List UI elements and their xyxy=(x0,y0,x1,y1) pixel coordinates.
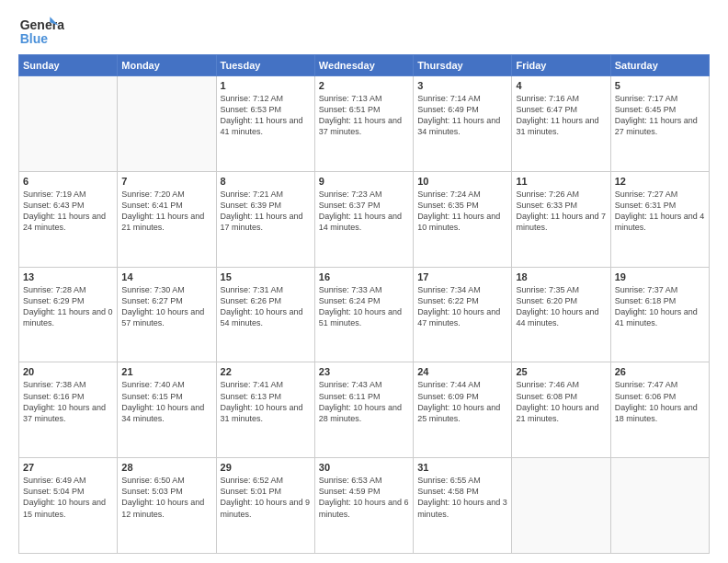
logo-icon: General Blue xyxy=(18,15,64,47)
day-info: Sunrise: 7:16 AM Sunset: 6:47 PM Dayligh… xyxy=(516,93,606,138)
calendar-cell: 24Sunrise: 7:44 AM Sunset: 6:09 PM Dayli… xyxy=(414,362,512,458)
day-info: Sunrise: 7:38 AM Sunset: 6:16 PM Dayligh… xyxy=(23,379,113,424)
day-number: 13 xyxy=(23,271,113,282)
calendar-cell xyxy=(512,458,610,554)
calendar-cell: 1Sunrise: 7:12 AM Sunset: 6:53 PM Daylig… xyxy=(216,76,314,172)
day-number: 16 xyxy=(319,271,409,282)
day-info: Sunrise: 7:41 AM Sunset: 6:13 PM Dayligh… xyxy=(221,379,311,424)
day-number: 5 xyxy=(615,80,705,91)
day-info: Sunrise: 7:33 AM Sunset: 6:24 PM Dayligh… xyxy=(319,284,409,329)
calendar-cell: 2Sunrise: 7:13 AM Sunset: 6:51 PM Daylig… xyxy=(314,76,413,172)
calendar-cell: 20Sunrise: 7:38 AM Sunset: 6:16 PM Dayli… xyxy=(19,362,118,458)
calendar-week-3: 13Sunrise: 7:28 AM Sunset: 6:29 PM Dayli… xyxy=(19,267,710,362)
day-info: Sunrise: 7:13 AM Sunset: 6:51 PM Dayligh… xyxy=(319,93,409,138)
day-info: Sunrise: 6:55 AM Sunset: 4:58 PM Dayligh… xyxy=(417,475,507,520)
calendar-cell: 22Sunrise: 7:41 AM Sunset: 6:13 PM Dayli… xyxy=(216,362,314,458)
day-info: Sunrise: 7:30 AM Sunset: 6:27 PM Dayligh… xyxy=(121,284,211,329)
day-info: Sunrise: 7:24 AM Sunset: 6:35 PM Dayligh… xyxy=(417,189,507,234)
calendar-cell: 16Sunrise: 7:33 AM Sunset: 6:24 PM Dayli… xyxy=(314,267,413,362)
svg-text:General: General xyxy=(20,17,64,32)
day-number: 29 xyxy=(221,462,311,473)
day-info: Sunrise: 7:46 AM Sunset: 6:08 PM Dayligh… xyxy=(516,379,606,424)
calendar-cell: 11Sunrise: 7:26 AM Sunset: 6:33 PM Dayli… xyxy=(512,171,610,267)
calendar-week-4: 20Sunrise: 7:38 AM Sunset: 6:16 PM Dayli… xyxy=(19,362,710,458)
day-number: 7 xyxy=(121,176,211,187)
calendar-cell: 28Sunrise: 6:50 AM Sunset: 5:03 PM Dayli… xyxy=(118,458,216,554)
day-number: 27 xyxy=(23,462,113,473)
calendar-cell: 18Sunrise: 7:35 AM Sunset: 6:20 PM Dayli… xyxy=(512,267,610,362)
weekday-header-sunday: Sunday xyxy=(19,55,118,76)
day-number: 12 xyxy=(615,176,705,187)
calendar-week-2: 6Sunrise: 7:19 AM Sunset: 6:43 PM Daylig… xyxy=(19,171,710,267)
calendar-cell xyxy=(610,458,709,554)
calendar-cell: 14Sunrise: 7:30 AM Sunset: 6:27 PM Dayli… xyxy=(118,267,216,362)
day-number: 30 xyxy=(319,462,409,473)
day-number: 25 xyxy=(516,366,606,377)
day-info: Sunrise: 7:44 AM Sunset: 6:09 PM Dayligh… xyxy=(417,379,507,424)
weekday-header-thursday: Thursday xyxy=(414,55,512,76)
weekday-header-monday: Monday xyxy=(118,55,216,76)
calendar-cell: 26Sunrise: 7:47 AM Sunset: 6:06 PM Dayli… xyxy=(610,362,709,458)
day-info: Sunrise: 7:34 AM Sunset: 6:22 PM Dayligh… xyxy=(417,284,507,329)
calendar-cell: 13Sunrise: 7:28 AM Sunset: 6:29 PM Dayli… xyxy=(19,267,118,362)
day-number: 31 xyxy=(417,462,507,473)
calendar-cell: 31Sunrise: 6:55 AM Sunset: 4:58 PM Dayli… xyxy=(414,458,512,554)
calendar-cell: 9Sunrise: 7:23 AM Sunset: 6:37 PM Daylig… xyxy=(314,171,413,267)
day-info: Sunrise: 7:31 AM Sunset: 6:26 PM Dayligh… xyxy=(221,284,311,329)
day-number: 17 xyxy=(417,271,507,282)
calendar-cell: 10Sunrise: 7:24 AM Sunset: 6:35 PM Dayli… xyxy=(414,171,512,267)
day-number: 18 xyxy=(516,271,606,282)
calendar-table: SundayMondayTuesdayWednesdayThursdayFrid… xyxy=(18,54,710,554)
day-info: Sunrise: 7:47 AM Sunset: 6:06 PM Dayligh… xyxy=(615,379,705,424)
weekday-header-saturday: Saturday xyxy=(610,55,709,76)
page: General Blue SundayMondayTuesdayWednesda… xyxy=(0,0,728,563)
day-number: 23 xyxy=(319,366,409,377)
calendar-week-5: 27Sunrise: 6:49 AM Sunset: 5:04 PM Dayli… xyxy=(19,458,710,554)
calendar-cell: 25Sunrise: 7:46 AM Sunset: 6:08 PM Dayli… xyxy=(512,362,610,458)
day-info: Sunrise: 7:27 AM Sunset: 6:31 PM Dayligh… xyxy=(615,189,705,234)
day-number: 8 xyxy=(221,176,311,187)
calendar-cell: 8Sunrise: 7:21 AM Sunset: 6:39 PM Daylig… xyxy=(216,171,314,267)
day-info: Sunrise: 6:50 AM Sunset: 5:03 PM Dayligh… xyxy=(121,475,211,520)
weekday-header-friday: Friday xyxy=(512,55,610,76)
day-info: Sunrise: 7:35 AM Sunset: 6:20 PM Dayligh… xyxy=(516,284,606,329)
calendar-cell: 30Sunrise: 6:53 AM Sunset: 4:59 PM Dayli… xyxy=(314,458,413,554)
day-number: 22 xyxy=(221,366,311,377)
calendar-cell: 29Sunrise: 6:52 AM Sunset: 5:01 PM Dayli… xyxy=(216,458,314,554)
day-info: Sunrise: 6:52 AM Sunset: 5:01 PM Dayligh… xyxy=(221,475,311,520)
day-info: Sunrise: 7:20 AM Sunset: 6:41 PM Dayligh… xyxy=(121,189,211,234)
day-info: Sunrise: 7:37 AM Sunset: 6:18 PM Dayligh… xyxy=(615,284,705,329)
day-number: 15 xyxy=(221,271,311,282)
calendar-week-1: 1Sunrise: 7:12 AM Sunset: 6:53 PM Daylig… xyxy=(19,76,710,172)
day-number: 4 xyxy=(516,80,606,91)
weekday-header-row: SundayMondayTuesdayWednesdayThursdayFrid… xyxy=(19,55,710,76)
day-number: 14 xyxy=(121,271,211,282)
day-info: Sunrise: 7:28 AM Sunset: 6:29 PM Dayligh… xyxy=(23,284,113,329)
day-info: Sunrise: 7:23 AM Sunset: 6:37 PM Dayligh… xyxy=(319,189,409,234)
day-info: Sunrise: 7:26 AM Sunset: 6:33 PM Dayligh… xyxy=(516,189,606,234)
calendar-cell xyxy=(19,76,118,172)
day-number: 19 xyxy=(615,271,705,282)
day-number: 20 xyxy=(23,366,113,377)
calendar-cell: 3Sunrise: 7:14 AM Sunset: 6:49 PM Daylig… xyxy=(414,76,512,172)
day-info: Sunrise: 6:53 AM Sunset: 4:59 PM Dayligh… xyxy=(319,475,409,520)
day-info: Sunrise: 7:19 AM Sunset: 6:43 PM Dayligh… xyxy=(23,189,113,234)
calendar-cell xyxy=(118,76,216,172)
day-info: Sunrise: 7:43 AM Sunset: 6:11 PM Dayligh… xyxy=(319,379,409,424)
calendar-cell: 5Sunrise: 7:17 AM Sunset: 6:45 PM Daylig… xyxy=(610,76,709,172)
day-info: Sunrise: 7:21 AM Sunset: 6:39 PM Dayligh… xyxy=(221,189,311,234)
header: General Blue xyxy=(18,15,710,47)
calendar-cell: 6Sunrise: 7:19 AM Sunset: 6:43 PM Daylig… xyxy=(19,171,118,267)
calendar-cell: 23Sunrise: 7:43 AM Sunset: 6:11 PM Dayli… xyxy=(314,362,413,458)
day-number: 6 xyxy=(23,176,113,187)
day-info: Sunrise: 6:49 AM Sunset: 5:04 PM Dayligh… xyxy=(23,475,113,520)
svg-text:Blue: Blue xyxy=(20,32,49,47)
weekday-header-wednesday: Wednesday xyxy=(314,55,413,76)
day-number: 24 xyxy=(417,366,507,377)
day-number: 11 xyxy=(516,176,606,187)
logo: General Blue xyxy=(18,15,64,47)
calendar-cell: 27Sunrise: 6:49 AM Sunset: 5:04 PM Dayli… xyxy=(19,458,118,554)
calendar-cell: 19Sunrise: 7:37 AM Sunset: 6:18 PM Dayli… xyxy=(610,267,709,362)
day-number: 26 xyxy=(615,366,705,377)
day-number: 3 xyxy=(417,80,507,91)
